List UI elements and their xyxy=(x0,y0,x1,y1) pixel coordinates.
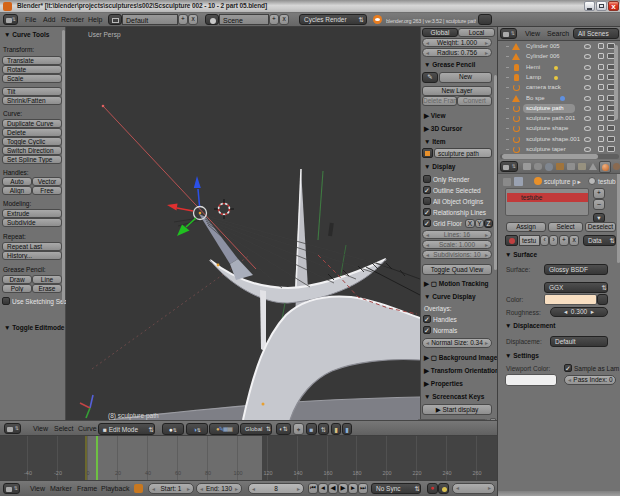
svg-text:User Persp: User Persp xyxy=(88,31,121,39)
svg-text:(8) sculpture path: (8) sculpture path xyxy=(108,412,159,420)
